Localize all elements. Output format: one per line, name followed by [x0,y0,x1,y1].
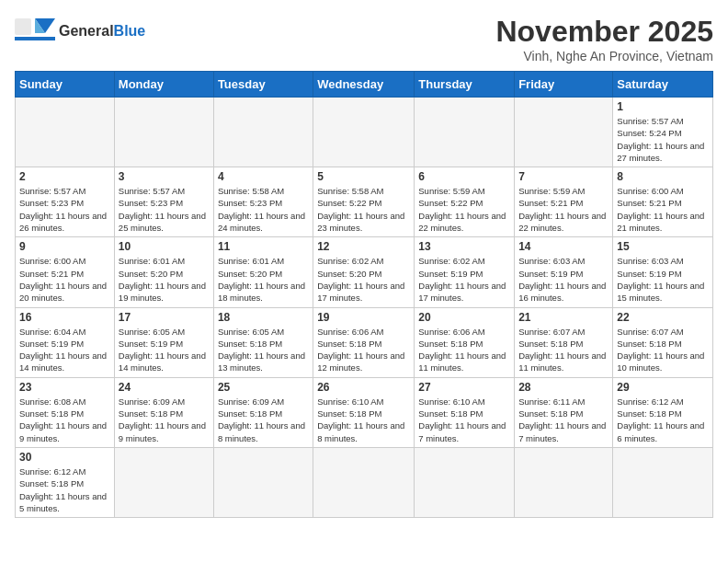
calendar-row-1: 1 Sunrise: 5:57 AM Sunset: 5:24 PM Dayli… [16,98,713,167]
day-26: 26 Sunrise: 6:10 AMSunset: 5:18 PMDaylig… [313,377,415,447]
empty-cell [613,447,713,517]
header-friday: Friday [515,72,613,98]
month-title: November 2025 [495,15,713,49]
day-17: 17 Sunrise: 6:05 AMSunset: 5:19 PMDaylig… [114,307,213,377]
title-block: November 2025 Vinh, Nghe An Province, Vi… [495,15,713,63]
calendar-row-2: 2 Sunrise: 5:57 AMSunset: 5:23 PMDayligh… [16,167,713,237]
page-header: GeneralBlue November 2025 Vinh, Nghe An … [15,15,713,63]
empty-cell [213,98,313,167]
day-3: 3 Sunrise: 5:57 AMSunset: 5:23 PMDayligh… [114,167,213,237]
day-22: 22 Sunrise: 6:07 AMSunset: 5:18 PMDaylig… [613,307,713,377]
day-12: 12 Sunrise: 6:02 AMSunset: 5:20 PMDaylig… [313,237,415,307]
calendar-table: Sunday Monday Tuesday Wednesday Thursday… [15,71,713,518]
day-19: 19 Sunrise: 6:06 AMSunset: 5:18 PMDaylig… [313,307,415,377]
header-thursday: Thursday [415,72,515,98]
svg-rect-3 [15,37,55,40]
logo: GeneralBlue [15,15,145,48]
day-25: 25 Sunrise: 6:09 AMSunset: 5:18 PMDaylig… [213,377,313,447]
day-9: 9 Sunrise: 6:00 AMSunset: 5:21 PMDayligh… [16,237,115,307]
empty-cell [16,98,115,167]
day-13: 13 Sunrise: 6:02 AMSunset: 5:19 PMDaylig… [415,237,515,307]
day-18: 18 Sunrise: 6:05 AMSunset: 5:18 PMDaylig… [213,307,313,377]
header-saturday: Saturday [613,72,713,98]
day-21: 21 Sunrise: 6:07 AMSunset: 5:18 PMDaylig… [515,307,613,377]
day-1: 1 Sunrise: 5:57 AM Sunset: 5:24 PM Dayli… [613,98,713,167]
calendar-row-4: 16 Sunrise: 6:04 AMSunset: 5:19 PMDaylig… [16,307,713,377]
header-sunday: Sunday [16,72,115,98]
empty-cell [114,447,213,517]
weekday-header-row: Sunday Monday Tuesday Wednesday Thursday… [16,72,713,98]
day-8: 8 Sunrise: 6:00 AMSunset: 5:21 PMDayligh… [613,167,713,237]
logo-general: General [59,23,114,39]
logo-blue: Blue [114,23,146,39]
header-tuesday: Tuesday [213,72,313,98]
empty-cell [213,447,313,517]
empty-cell [114,98,213,167]
empty-cell [515,447,613,517]
header-monday: Monday [114,72,213,98]
day-27: 27 Sunrise: 6:10 AMSunset: 5:18 PMDaylig… [415,377,515,447]
day-5: 5 Sunrise: 5:58 AMSunset: 5:22 PMDayligh… [313,167,415,237]
day-14: 14 Sunrise: 6:03 AMSunset: 5:19 PMDaylig… [515,237,613,307]
header-wednesday: Wednesday [313,72,415,98]
day-15: 15 Sunrise: 6:03 AMSunset: 5:19 PMDaylig… [613,237,713,307]
location: Vinh, Nghe An Province, Vietnam [495,49,713,63]
day-29: 29 Sunrise: 6:12 AMSunset: 5:18 PMDaylig… [613,377,713,447]
calendar-row-3: 9 Sunrise: 6:00 AMSunset: 5:21 PMDayligh… [16,237,713,307]
day-23: 23 Sunrise: 6:08 AMSunset: 5:18 PMDaylig… [16,377,115,447]
day-7: 7 Sunrise: 5:59 AMSunset: 5:21 PMDayligh… [515,167,613,237]
empty-cell [415,98,515,167]
empty-cell [515,98,613,167]
day-10: 10 Sunrise: 6:01 AMSunset: 5:20 PMDaylig… [114,237,213,307]
day-28: 28 Sunrise: 6:11 AMSunset: 5:18 PMDaylig… [515,377,613,447]
day-20: 20 Sunrise: 6:06 AMSunset: 5:18 PMDaylig… [415,307,515,377]
calendar-row-6: 30 Sunrise: 6:12 AMSunset: 5:18 PMDaylig… [16,447,713,517]
day-16: 16 Sunrise: 6:04 AMSunset: 5:19 PMDaylig… [16,307,115,377]
day-4: 4 Sunrise: 5:58 AMSunset: 5:23 PMDayligh… [213,167,313,237]
day-24: 24 Sunrise: 6:09 AMSunset: 5:18 PMDaylig… [114,377,213,447]
calendar-row-5: 23 Sunrise: 6:08 AMSunset: 5:18 PMDaylig… [16,377,713,447]
day-2: 2 Sunrise: 5:57 AMSunset: 5:23 PMDayligh… [16,167,115,237]
empty-cell [313,447,415,517]
day-30: 30 Sunrise: 6:12 AMSunset: 5:18 PMDaylig… [16,447,115,517]
svg-rect-0 [15,18,31,35]
empty-cell [415,447,515,517]
day-6: 6 Sunrise: 5:59 AMSunset: 5:22 PMDayligh… [415,167,515,237]
logo-icon [15,15,55,48]
day-11: 11 Sunrise: 6:01 AMSunset: 5:20 PMDaylig… [213,237,313,307]
empty-cell [313,98,415,167]
